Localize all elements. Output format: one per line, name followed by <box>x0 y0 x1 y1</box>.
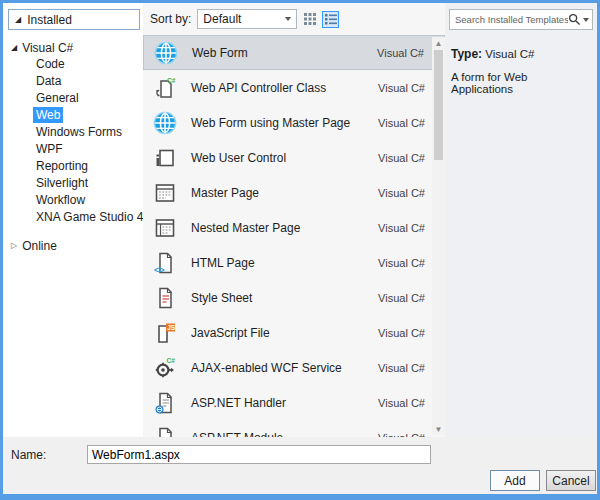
template-row[interactable]: Style Sheet Visual C# <box>143 280 445 315</box>
installed-label: Installed <box>27 13 72 27</box>
svg-text:C#: C# <box>167 357 176 364</box>
tree-node-visual-csharp[interactable]: ◢ Visual C# <box>3 39 143 56</box>
expanded-triangle-icon: ◢ <box>15 16 21 24</box>
svg-text:C#: C# <box>167 76 176 83</box>
svg-text:JS: JS <box>167 324 176 331</box>
online-label: Online <box>22 239 57 253</box>
master-page-icon <box>153 181 177 205</box>
small-icons-grid-icon <box>304 13 316 25</box>
type-label: Type: <box>451 47 482 61</box>
list-view-icon <box>325 13 337 25</box>
tree-item-data[interactable]: Data <box>3 73 143 90</box>
search-input[interactable]: Search Installed Templates (Ctrl+E) <box>449 9 593 30</box>
scrollbar-thumb[interactable] <box>434 50 443 160</box>
category-tree: ◢ Visual C# CodeDataGeneralWebWindows Fo… <box>3 39 143 254</box>
nested-master-page-icon <box>153 216 177 240</box>
tree-children: CodeDataGeneralWebWindows FormsWPFReport… <box>3 56 143 226</box>
template-list: Web Form Visual C# C# Web API Controller… <box>143 35 445 437</box>
wcf-service-icon: C# <box>153 356 177 380</box>
template-row[interactable]: C# AJAX-enabled WCF Service Visual C# <box>143 350 445 385</box>
tree-node-online[interactable]: ▷ Online <box>3 237 143 254</box>
tree-item-wpf[interactable]: WPF <box>3 141 143 158</box>
tree-item-workflow[interactable]: Workflow <box>3 192 143 209</box>
add-new-item-dialog: ◢ Installed ◢ Visual C# CodeDataGeneralW… <box>0 0 600 500</box>
search-placeholder: Search Installed Templates (Ctrl+E) <box>455 14 568 25</box>
chevron-down-icon <box>285 17 291 21</box>
web-api-controller-icon: C# <box>153 76 177 100</box>
aspnet-module-icon <box>153 426 177 438</box>
template-row[interactable]: <> HTML Page Visual C# <box>143 245 445 280</box>
svg-text:<>: <> <box>154 265 165 275</box>
sort-by-label: Sort by: <box>150 12 191 26</box>
list-view-button[interactable] <box>322 11 339 28</box>
search-options-chevron-icon[interactable] <box>583 18 589 22</box>
list-scrollbar[interactable]: ▲ ▼ <box>432 37 445 435</box>
sort-dropdown[interactable]: Default <box>197 9 297 29</box>
sort-dropdown-value: Default <box>203 12 241 26</box>
tree-item-reporting[interactable]: Reporting <box>3 158 143 175</box>
template-row[interactable]: Nested Master Page Visual C# <box>143 210 445 245</box>
sort-toolbar: Sort by: Default <box>143 3 445 35</box>
tree-root-label: Visual C# <box>22 41 73 55</box>
collapsed-triangle-icon: ▷ <box>11 242 17 250</box>
html-page-icon: <> <box>153 251 177 275</box>
template-row[interactable]: Web User Control Visual C# <box>143 140 445 175</box>
tree-item-general[interactable]: General <box>3 90 143 107</box>
scroll-up-icon[interactable]: ▲ <box>432 37 445 49</box>
web-user-control-icon <box>153 146 177 170</box>
template-row[interactable]: JS JavaScript File Visual C# <box>143 315 445 350</box>
templates-pane: Sort by: Default <box>143 3 445 437</box>
tree-item-code[interactable]: Code <box>3 56 143 73</box>
style-sheet-icon <box>153 286 177 310</box>
categories-pane: ◢ Installed ◢ Visual C# CodeDataGeneralW… <box>3 3 143 437</box>
add-button[interactable]: Add <box>490 470 540 491</box>
template-row[interactable]: Master Page Visual C# <box>143 175 445 210</box>
name-input[interactable] <box>87 445 431 464</box>
template-row[interactable]: ASP.NET Handler Visual C# <box>143 385 445 420</box>
dialog-footer: Name: Add Cancel <box>3 437 597 494</box>
template-row[interactable]: Web Form Visual C# <box>143 35 445 70</box>
aspnet-handler-icon <box>153 391 177 415</box>
template-details: Type: Visual C# A form for Web Applicati… <box>445 39 597 103</box>
web-form-globe-icon <box>154 41 178 65</box>
tree-item-silverlight[interactable]: Silverlight <box>3 175 143 192</box>
small-icons-view-button[interactable] <box>301 11 318 28</box>
scroll-down-icon[interactable]: ▼ <box>432 423 445 435</box>
type-value: Visual C# <box>485 48 534 60</box>
details-pane: Search Installed Templates (Ctrl+E) Type… <box>445 3 597 437</box>
template-row[interactable]: Web Form using Master Page Visual C# <box>143 105 445 140</box>
tree-item-xna-game-studio-4-0[interactable]: XNA Game Studio 4.0 <box>3 209 143 226</box>
tree-item-windows-forms[interactable]: Windows Forms <box>3 124 143 141</box>
name-label: Name: <box>11 448 46 462</box>
expanded-triangle-icon: ◢ <box>11 44 17 52</box>
web-form-globe-icon <box>153 111 177 135</box>
javascript-file-icon: JS <box>153 321 177 345</box>
template-row[interactable]: C# Web API Controller Class Visual C# <box>143 70 445 105</box>
search-icon[interactable] <box>568 13 581 26</box>
template-row[interactable]: ASP.NET Module Visual C# <box>143 420 445 437</box>
template-description: A form for Web Applications <box>451 71 591 95</box>
cancel-button[interactable]: Cancel <box>546 470 596 491</box>
tree-item-web[interactable]: Web <box>3 107 143 124</box>
installed-node[interactable]: ◢ Installed <box>8 9 140 30</box>
